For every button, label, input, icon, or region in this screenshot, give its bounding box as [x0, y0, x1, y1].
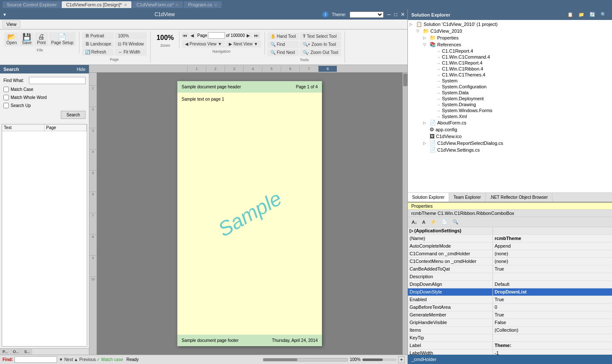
- tree-reportselect[interactable]: ▷ 📄 C1dView.ReportSelectDialog.cs: [422, 140, 611, 147]
- tree-aboutform[interactable]: ▷ 📄 AboutForm.cs: [422, 119, 611, 126]
- ref-system[interactable]: → System: [429, 78, 611, 84]
- fit-width-button[interactable]: ↔ Fit Width: [115, 48, 146, 56]
- find-bar-input[interactable]: [14, 356, 57, 363]
- tree-ico[interactable]: 🖼 C1dView.ico: [422, 133, 611, 140]
- prop-row-canbeadded[interactable]: CanBeAddedToQat True: [408, 265, 612, 273]
- portrait-button[interactable]: 🖹 Portrait: [82, 32, 114, 40]
- ref-c1command4[interactable]: → C1.Win.C1Command.4: [429, 54, 611, 60]
- ref-system-config[interactable]: → System.Configuration: [429, 84, 611, 90]
- ref-c1themes4[interactable]: → C1.Win.C1Themes.4: [429, 72, 611, 78]
- vertical-scrollbar[interactable]: [402, 73, 407, 355]
- ref-system-winforms[interactable]: → System.Windows.Forms: [429, 107, 611, 113]
- find-next-button[interactable]: 🔍 Find Next: [268, 49, 299, 56]
- next-view-button[interactable]: ▶ Next View ▼: [226, 40, 261, 48]
- hand-tool-button[interactable]: ✋ Hand Tool: [268, 33, 299, 40]
- find-prev-bar-button[interactable]: ▲ Previous: [74, 357, 96, 362]
- tab-source-control-explorer[interactable]: Source Control Explorer: [3, 1, 61, 8]
- page-setup-button[interactable]: 📄 Page Setup: [49, 32, 75, 46]
- close-icon[interactable]: ✕: [124, 3, 127, 7]
- prop-row-keytip[interactable]: KeyTip: [408, 334, 612, 342]
- refresh-button[interactable]: 🔄 Refresh: [82, 48, 114, 56]
- fit-window-button[interactable]: ⊡ Fit Window: [115, 40, 146, 48]
- ref-system-data[interactable]: → System.Data: [429, 90, 611, 96]
- prop-row-labelwidth[interactable]: LabelWidth -1: [408, 350, 612, 355]
- horizontal-scrollbar[interactable]: [263, 358, 348, 361]
- tree-project[interactable]: ▽ 📁 C1dView_2010: [416, 28, 611, 34]
- find-button[interactable]: 🔍 Find: [268, 41, 299, 48]
- ref-system-deploy[interactable]: → System.Deployment: [429, 96, 611, 102]
- tab-design[interactable]: C1dViewForm.cs [Design]* ✕: [62, 1, 131, 8]
- tree-references[interactable]: ▽ 📚 References: [422, 41, 611, 48]
- info-icon[interactable]: i: [322, 11, 328, 17]
- prop-pages[interactable]: 📄: [439, 218, 450, 226]
- ribbon-menu-btn[interactable]: ▼: [3, 12, 7, 17]
- sol-btn-2[interactable]: 📁: [576, 11, 586, 19]
- match-whole-word-checkbox[interactable]: [3, 95, 9, 100]
- tab-solution-explorer[interactable]: Solution Explorer: [408, 193, 449, 202]
- ribbon-tab-view[interactable]: View: [3, 20, 20, 28]
- zoom-slider[interactable]: [362, 358, 396, 361]
- search-tab-3[interactable]: S...: [22, 349, 33, 355]
- prop-search[interactable]: 🔍: [450, 218, 461, 226]
- search-tab-1[interactable]: P...: [0, 349, 10, 355]
- prop-row-label[interactable]: Label Theme:: [408, 342, 612, 350]
- prop-row-desc[interactable]: Description: [408, 273, 612, 281]
- prop-row-c1context[interactable]: C1ContextMenu on _cmdHolder (none): [408, 258, 612, 265]
- prop-row-c1command[interactable]: C1Command on _cmdHolder (none): [408, 250, 612, 258]
- prop-row-enabled[interactable]: Enabled True: [408, 296, 612, 304]
- tree-properties[interactable]: ▷ 📁 Properties: [422, 34, 611, 41]
- first-page-button[interactable]: ⏮: [182, 32, 189, 39]
- zoom-out-button[interactable]: 🔍- Zoom Out Tool: [300, 49, 342, 56]
- prop-row-appsettings[interactable]: ▷ (ApplicationSettings): [408, 227, 612, 235]
- close-btn[interactable]: ✕: [401, 11, 405, 17]
- minimize-btn[interactable]: ─: [387, 11, 391, 17]
- search-tab-2[interactable]: O...: [10, 349, 22, 355]
- tab-cs[interactable]: C1dViewForm.cs* ✕: [132, 1, 183, 8]
- zoom-in-button[interactable]: 🔍+ Zoom In Tool: [300, 41, 342, 48]
- prop-row-gap[interactable]: GapBeforeTextArea 0: [408, 304, 612, 311]
- find-next-bar-button[interactable]: ▼ Next: [59, 357, 73, 362]
- save-button[interactable]: 💾 Save: [20, 32, 34, 46]
- scrollbar-thumb[interactable]: [403, 73, 407, 86]
- prop-sort-cat[interactable]: A↓: [410, 218, 419, 226]
- tab-net-reflector[interactable]: .NET Reflector Object Browser: [486, 193, 553, 202]
- text-select-button[interactable]: 𝐓 Text Select Tool: [300, 32, 342, 40]
- prop-row-dropdownalign[interactable]: DropDownAlign Default: [408, 281, 612, 288]
- sol-btn-1[interactable]: 📋: [565, 11, 575, 19]
- prop-row-autocomplete[interactable]: AutoCompleteMode Append: [408, 243, 612, 250]
- close-icon[interactable]: ✕: [214, 3, 217, 7]
- open-button[interactable]: 📂 Open: [4, 32, 19, 46]
- last-page-button[interactable]: ⏭: [253, 32, 260, 39]
- search-button[interactable]: Search: [61, 111, 85, 119]
- sol-btn-3[interactable]: 🔄: [587, 11, 598, 19]
- tree-solution[interactable]: ▷ 📋 Solution 'C1dView_2010' (1 project): [409, 21, 611, 28]
- prop-row-name[interactable]: (Name) rcmbTheme: [408, 235, 612, 243]
- tree-appconfig[interactable]: ⚙ app.config: [422, 126, 611, 133]
- find-what-input[interactable]: [29, 77, 85, 84]
- ref-system-xml[interactable]: → System.Xml: [429, 113, 611, 119]
- ref-c1report4b[interactable]: → C1.Win.C1Report.4: [429, 60, 611, 66]
- sol-btn-4[interactable]: 🔍: [598, 11, 609, 19]
- match-case-checkbox[interactable]: [3, 87, 9, 92]
- doc-scroll-area[interactable]: Sample document page header Page 1 of 4 …: [97, 73, 402, 355]
- theme-selector[interactable]: [350, 11, 384, 18]
- prop-events[interactable]: ⚡: [428, 218, 438, 226]
- prop-row-griphandle[interactable]: GripHandleVisible False: [408, 319, 612, 327]
- prev-view-button[interactable]: ◀ Previous View ▼: [182, 40, 225, 48]
- landscape-button[interactable]: 🖺 Landscape: [82, 40, 114, 48]
- hide-button[interactable]: Hide: [77, 67, 85, 72]
- ref-system-drawing[interactable]: → System.Drawing: [429, 102, 611, 107]
- tab-program[interactable]: Program.cs ✕: [184, 1, 221, 8]
- maximize-btn[interactable]: □: [394, 11, 397, 17]
- prev-page-button[interactable]: ◀: [190, 32, 196, 39]
- add-button[interactable]: +: [398, 356, 405, 363]
- close-icon[interactable]: ✕: [175, 3, 179, 7]
- search-up-checkbox[interactable]: [3, 103, 9, 108]
- page-input[interactable]: [208, 32, 225, 39]
- print-button[interactable]: 🖨 Print: [34, 32, 48, 46]
- zoom-100-button[interactable]: 100%: [115, 32, 146, 40]
- next-page-button[interactable]: ▶: [246, 32, 253, 39]
- prop-row-dropdownstyle[interactable]: DropDownStyle DropDownList: [408, 288, 612, 296]
- prop-row-generatemember[interactable]: GenerateMember True: [408, 311, 612, 319]
- tree-settings[interactable]: 📄 C1dView.Settings.cs: [422, 147, 611, 153]
